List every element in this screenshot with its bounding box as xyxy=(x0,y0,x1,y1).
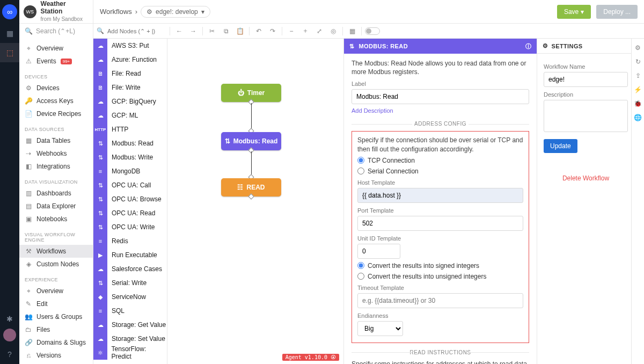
nav-item[interactable]: ⚙Devices xyxy=(19,82,93,94)
palette-item[interactable]: 🗎File: Read xyxy=(93,67,167,81)
update-button[interactable]: Update xyxy=(544,139,577,153)
debug-toggle[interactable] xyxy=(365,27,380,35)
palette-item[interactable]: ⇅OPC UA: Write xyxy=(93,220,167,234)
cut-icon[interactable]: ✂ xyxy=(206,25,218,37)
zoom-out-icon[interactable]: − xyxy=(286,25,297,37)
crumb-root[interactable]: Workflows xyxy=(100,8,132,16)
radio-tcp[interactable]: TCP Connection xyxy=(357,157,523,164)
undo-icon[interactable]: ← xyxy=(173,25,185,37)
palette-item[interactable]: ☁Azure: Function xyxy=(93,53,167,67)
copy-icon[interactable]: ⧉ xyxy=(220,25,232,37)
palette-item[interactable]: ☁Salesforce Cases xyxy=(93,262,167,276)
nav-item[interactable]: ◧Integrations xyxy=(19,160,93,173)
workflow-name-input[interactable] xyxy=(544,72,628,87)
palette-item[interactable]: ☁AWS S3: Put xyxy=(93,39,167,53)
palette-item[interactable]: ⇅Modbus: Write xyxy=(93,150,167,164)
nav-item[interactable]: ◈Custom Nodes xyxy=(19,258,93,271)
nav-item[interactable]: ⚠Events99+ xyxy=(19,55,93,68)
delete-workflow-link[interactable]: Delete Workflow xyxy=(544,174,628,182)
timeout-input[interactable] xyxy=(357,293,523,308)
palette-item[interactable]: ≡Redis xyxy=(93,234,167,248)
center-icon[interactable]: ◎ xyxy=(327,25,339,37)
workflow-chip[interactable]: ⚙ edge!: develop ▾ xyxy=(141,6,210,18)
palette-item[interactable]: ☁Storage: Set Value xyxy=(93,332,167,346)
nav-item[interactable]: ⇢Webhooks xyxy=(19,147,93,160)
nav-item[interactable]: ✎Edit xyxy=(19,297,93,310)
nav-item[interactable]: 👥Users & Groups xyxy=(19,310,93,323)
radio-signed[interactable]: Convert the results into signed integers xyxy=(357,262,523,270)
palette-item[interactable]: ☁GCP: ML xyxy=(93,108,167,122)
nav-item[interactable]: ⎌Versions xyxy=(19,349,93,362)
palette-item[interactable]: ⚛TensorFlow: Predict xyxy=(93,346,167,360)
palette-item[interactable]: ≡MongoDB xyxy=(93,164,167,178)
curved-undo-icon[interactable]: ↶ xyxy=(253,25,265,37)
nav-item[interactable]: ▦Data Tables xyxy=(19,134,93,147)
palette-item[interactable]: ⇅Serial: Write xyxy=(93,276,167,290)
nav-item[interactable]: ⚒Workflows xyxy=(19,245,93,258)
workflow-canvas[interactable]: ⏻ Timer ⇅ Modbus: Read ☷ READ Agen xyxy=(167,39,343,364)
nav-item[interactable]: ▤Data Explorer xyxy=(19,200,93,213)
host-template-input[interactable] xyxy=(357,188,523,203)
rail-help-icon[interactable]: ? xyxy=(0,345,19,364)
palette-item[interactable]: ⇅Modbus: Read xyxy=(93,136,167,150)
nav-search[interactable]: 🔍 Search (⌃+L) xyxy=(19,24,93,39)
palette-item[interactable]: HTTPHTTP xyxy=(93,122,167,136)
workflow-description-input[interactable] xyxy=(544,100,628,132)
bug-icon[interactable]: 🐞 xyxy=(634,100,642,107)
chevron-down-icon: ▾ xyxy=(201,8,204,16)
palette-icon: ⇅ xyxy=(93,220,107,234)
avatar[interactable] xyxy=(3,329,16,341)
add-description-link[interactable]: Add Description xyxy=(352,107,393,114)
endianness-select[interactable]: Big xyxy=(357,321,403,336)
brand-block[interactable]: WS Weather Station from My Sandbox xyxy=(19,0,93,24)
palette-item[interactable]: ☁GCP: BigQuery xyxy=(93,94,167,108)
nav-item[interactable]: 🗀Files xyxy=(19,323,93,336)
globe-icon[interactable]: 🌐 xyxy=(634,114,642,121)
radio-unsigned[interactable]: Convert the results into unsigned intege… xyxy=(357,273,523,280)
help-icon[interactable]: ⓘ xyxy=(525,42,531,50)
logo[interactable]: ∞ xyxy=(0,0,19,24)
nav-item[interactable]: ▣Notebooks xyxy=(19,213,93,225)
save-button[interactable]: Save▾ xyxy=(557,5,591,19)
fit-icon[interactable]: ⤢ xyxy=(313,25,325,37)
port-template-input[interactable] xyxy=(357,216,523,231)
unit-id-input[interactable] xyxy=(357,244,400,259)
palette-item[interactable]: ◆ServiceNow xyxy=(93,290,167,304)
nav-item[interactable]: ▥Dashboards xyxy=(19,187,93,200)
palette-item[interactable]: ⇅OPC UA: Read xyxy=(93,206,167,220)
palette-icon: ≡ xyxy=(93,164,107,178)
brand-badge: WS xyxy=(24,5,36,18)
nav-item[interactable]: ⌖Overview xyxy=(19,42,93,55)
upload-icon[interactable]: ⇪ xyxy=(635,72,641,79)
palette-item[interactable]: ⇅OPC UA: Browse xyxy=(93,192,167,206)
timer-icon: ⏻ xyxy=(238,89,244,97)
curved-redo-icon[interactable]: ↷ xyxy=(267,25,279,37)
palette-icon: ☁ xyxy=(93,108,107,122)
label-input[interactable] xyxy=(352,89,529,104)
nav-item[interactable]: 📄Device Recipes xyxy=(19,107,93,120)
nav-item[interactable]: 🔑Access Keys xyxy=(19,94,93,107)
rail-app-icon[interactable]: ⬚ xyxy=(0,43,19,62)
search-icon: 🔍 xyxy=(97,27,104,34)
bolt-icon[interactable]: ⚡ xyxy=(634,86,642,93)
palette-item[interactable]: ▶Run Executable xyxy=(93,248,167,262)
palette-icon: ⇅ xyxy=(93,276,107,290)
rail-dash-icon[interactable]: ▦ xyxy=(0,24,19,43)
gear-icon[interactable]: ⚙ xyxy=(635,44,641,52)
deploy-button[interactable]: Deploy ... xyxy=(596,5,638,19)
nav-item[interactable]: 🔗Domains & Slugs xyxy=(19,336,93,349)
rail-graph-icon[interactable]: ✱ xyxy=(0,309,19,329)
redo-icon[interactable]: → xyxy=(187,25,199,37)
palette-item[interactable]: ☁Storage: Get Value xyxy=(93,318,167,332)
history-icon[interactable]: ↻ xyxy=(635,58,641,65)
add-node-icon[interactable]: ▦ xyxy=(346,25,358,37)
add-nodes-input[interactable] xyxy=(107,28,166,34)
radio-serial[interactable]: Serial Connection xyxy=(357,168,523,175)
palette-item[interactable]: ⇅OPC UA: Call xyxy=(93,178,167,192)
paste-icon[interactable]: 📋 xyxy=(234,25,246,37)
nav-item[interactable]: ⌖Overview xyxy=(19,285,93,297)
palette-icon: ☁ xyxy=(93,39,107,53)
palette-item[interactable]: 🗎File: Write xyxy=(93,81,167,94)
zoom-in-icon[interactable]: ＋ xyxy=(299,25,311,37)
palette-item[interactable]: ≡SQL xyxy=(93,304,167,318)
